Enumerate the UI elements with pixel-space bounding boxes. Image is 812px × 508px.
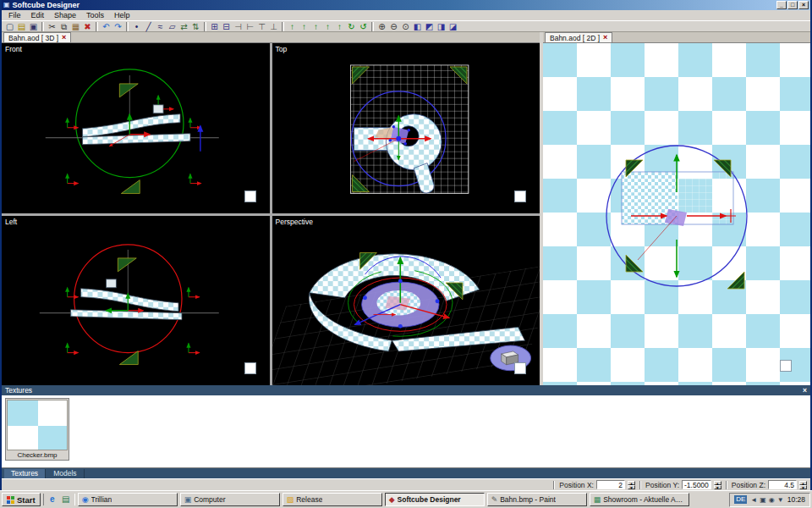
network-icon[interactable]: ▣ (760, 496, 766, 504)
view-left-icon[interactable]: ◨ (436, 21, 447, 32)
add-point-icon[interactable]: • (131, 21, 142, 32)
minimize-button[interactable]: _ (776, 1, 787, 9)
taskbar-button-showroom[interactable]: ▦Showroom - Aktuelle Arb... (590, 493, 689, 506)
volume-icon[interactable]: ◄ (750, 496, 757, 504)
position-x-input[interactable]: 2 (596, 480, 625, 489)
position-z-input[interactable]: 4.5 (768, 480, 797, 489)
taskbar-button-paint[interactable]: ✎Bahn.bmp - Paint (487, 493, 587, 506)
arrow-up-1-icon[interactable]: ↑ (287, 21, 298, 32)
toolbar-separator (371, 22, 374, 31)
top-viewport-canvas[interactable] (272, 43, 540, 213)
align-right-icon[interactable]: ⊢ (244, 21, 255, 32)
open-icon[interactable]: ▤ (16, 21, 27, 32)
new-icon[interactable]: ▢ (4, 21, 15, 32)
tab-bahn-2d[interactable]: Bahn.aod [ 2D ] × (545, 32, 612, 42)
start-button[interactable]: Start (2, 493, 41, 506)
left-viewport-canvas[interactable] (2, 216, 270, 386)
left-corner-swatch[interactable] (244, 362, 256, 374)
close-shape-icon[interactable]: ▱ (167, 21, 178, 32)
cut-icon[interactable]: ✂ (47, 21, 58, 32)
panel-tab-models[interactable]: Models (47, 469, 84, 478)
top-corner-swatch[interactable] (514, 190, 526, 202)
align-top-icon[interactable]: ⊤ (256, 21, 267, 32)
position-y-input[interactable]: -1.5000 (682, 480, 711, 489)
titlebar[interactable]: ▣ Softcube Designer _ □ × (2, 0, 810, 10)
tab-close-icon[interactable]: × (603, 34, 607, 41)
position-z-label: Position Z: (732, 481, 765, 489)
menu-edit[interactable]: Edit (26, 11, 50, 19)
tab-label: Bahn.aod [ 2D ] (550, 34, 600, 42)
zoom-out-icon[interactable]: ⊖ (388, 21, 399, 32)
viewport-perspective-label: Perspective (276, 218, 313, 226)
front-viewport-canvas[interactable] (2, 43, 270, 213)
menu-shape[interactable]: Shape (49, 11, 81, 19)
view-2d-board[interactable] (543, 43, 810, 385)
language-indicator[interactable]: DE (734, 495, 747, 504)
zoom-fit-icon[interactable]: ⊙ (400, 21, 411, 32)
undo-icon[interactable]: ↶ (101, 21, 112, 32)
panel-tab-textures[interactable]: Textures (4, 469, 46, 478)
menu-file[interactable]: File (3, 11, 26, 19)
viewport-perspective[interactable]: Perspective (272, 216, 540, 386)
add-line-icon[interactable]: ╱ (143, 21, 154, 32)
statusbar: Position X:2▲▼Position Y:-1.5000▲▼Positi… (2, 478, 810, 490)
tab-bahn-3d[interactable]: Bahn.aod [ 3D ] × (3, 32, 71, 42)
viewport-left[interactable]: Left (2, 216, 270, 386)
start-button-label: Start (17, 495, 36, 505)
align-bottom-icon[interactable]: ⊥ (268, 21, 279, 32)
toolbar-separator (41, 22, 44, 31)
position-x-spinner[interactable]: ▲▼ (628, 481, 635, 489)
perspective-corner-swatch[interactable] (514, 362, 526, 374)
clock[interactable]: 10:28 (787, 495, 805, 504)
arrow-up-2-icon[interactable]: ↑ (299, 21, 310, 32)
copy-icon[interactable]: ⧉ (58, 21, 69, 32)
paste-icon[interactable]: ▦ (70, 21, 81, 32)
menu-tools[interactable]: Tools (81, 11, 109, 19)
perspective-viewport-canvas[interactable] (272, 216, 540, 386)
viewport-top[interactable]: Top (272, 43, 540, 213)
show-desktop-icon[interactable]: ▤ (60, 494, 72, 505)
close-button[interactable]: × (798, 1, 809, 9)
viewport-front[interactable]: Front (2, 43, 270, 213)
board-2d-canvas[interactable] (543, 43, 810, 385)
zoom-in-icon[interactable]: ⊕ (376, 21, 387, 32)
menu-help[interactable]: Help (109, 11, 135, 19)
textures-panel-header[interactable]: Textures × (2, 385, 810, 395)
statusbar-separator (639, 481, 641, 489)
taskbar-button-label: Computer (194, 495, 225, 504)
front-corner-swatch[interactable] (244, 190, 256, 202)
texture-item[interactable]: Checker.bmp (5, 398, 69, 461)
taskbar-button-computer[interactable]: ▣Computer (180, 493, 280, 506)
messenger-icon[interactable]: ◉ (769, 496, 775, 504)
position-z-spinner[interactable]: ▲▼ (799, 481, 807, 489)
viewport-left-label: Left (5, 218, 17, 226)
add-curve-icon[interactable]: ≈ (155, 21, 166, 32)
update-icon[interactable]: ▼ (777, 496, 784, 504)
view-front-icon[interactable]: ◧ (412, 21, 423, 32)
tab-close-icon[interactable]: × (62, 34, 66, 41)
mirror-vertical-icon[interactable]: ⇅ (190, 21, 201, 32)
mirror-horizontal-icon[interactable]: ⇄ (178, 21, 189, 32)
taskbar-button-softcube-designer[interactable]: ◆Softcube Designer (385, 493, 485, 506)
board-corner-swatch[interactable] (780, 360, 792, 372)
save-icon[interactable]: ▣ (28, 21, 39, 32)
position-y-spinner[interactable]: ▲▼ (714, 481, 721, 489)
toolbar: ▢▤▣✂⧉▦✖↶↷•╱≈▱⇄⇅⊞⊟⊣⊢⊤⊥↑↑↑↑↑↻↺⊕⊖⊙◧◩◨◪ (2, 20, 810, 32)
snap-grid-icon[interactable]: ⊟ (221, 21, 232, 32)
view-perspective-icon[interactable]: ◪ (447, 21, 458, 32)
maximize-button[interactable]: □ (787, 1, 798, 9)
arrow-up-4-icon[interactable]: ↑ (322, 21, 333, 32)
panel-close-icon[interactable]: × (803, 386, 807, 395)
ie-quicklaunch-icon[interactable]: e (47, 494, 58, 505)
align-left-icon[interactable]: ⊣ (233, 21, 244, 32)
redo-icon[interactable]: ↷ (112, 21, 123, 32)
arrow-up-3-icon[interactable]: ↑ (310, 21, 321, 32)
taskbar-button-release-folder[interactable]: ▨Release (283, 493, 382, 506)
grid-icon[interactable]: ⊞ (209, 21, 220, 32)
view-top-icon[interactable]: ◩ (424, 21, 435, 32)
rotate-ccw-icon[interactable]: ↺ (358, 21, 369, 32)
taskbar-button-trillian[interactable]: ◉Trillian (78, 493, 178, 506)
arrow-up-5-icon[interactable]: ↑ (334, 21, 345, 32)
rotate-cw-icon[interactable]: ↻ (346, 21, 357, 32)
delete-icon[interactable]: ✖ (82, 21, 93, 32)
